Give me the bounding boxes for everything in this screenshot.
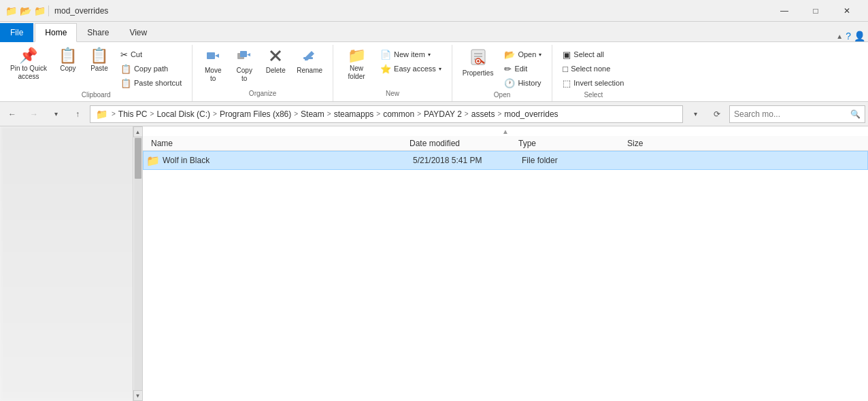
path-segment-thispc[interactable]: This PC	[117, 109, 149, 119]
col-header-type[interactable]: Type	[513, 139, 622, 148]
scroll-up-button[interactable]: ▲	[133, 126, 143, 137]
path-home-icon: 📁	[96, 109, 107, 120]
invert-selection-button[interactable]: ⬚ Invert selection	[558, 76, 629, 90]
cut-button[interactable]: ✂ Cut	[116, 48, 186, 61]
history-label: History	[518, 79, 541, 87]
ribbon-tabs: File Home Share View ▲ ? 👤	[0, 22, 868, 42]
svg-rect-0	[207, 52, 215, 59]
forward-button[interactable]: →	[24, 105, 44, 124]
new-item-button[interactable]: 📄 New item ▾	[375, 48, 446, 61]
copy-path-button[interactable]: 📋 Copy path	[116, 62, 186, 75]
scroll-down-button[interactable]: ▼	[133, 390, 143, 401]
history-button[interactable]: 🕐 History	[499, 76, 546, 90]
copy-button[interactable]: 📋 Copy	[53, 45, 83, 76]
path-segment-assets[interactable]: assets	[470, 109, 497, 119]
new-folder-button[interactable]: 📁 New folder	[339, 45, 374, 84]
select-all-button[interactable]: ▣ Select all	[558, 48, 629, 61]
ribbon-collapse-icon[interactable]: ▲	[836, 33, 843, 40]
path-segment-programfiles[interactable]: Program Files (x86)	[218, 109, 293, 119]
new-folder-label: New folder	[348, 65, 365, 81]
tab-file[interactable]: File	[0, 23, 33, 42]
tab-share[interactable]: Share	[77, 23, 119, 42]
file-date-cell: 5/21/2018 5:41 PM	[407, 156, 516, 165]
title-bar-icons: 📁 📂 📁	[5, 5, 46, 16]
paste-shortcut-icon: 📋	[120, 78, 131, 88]
col-header-name[interactable]: Name	[146, 139, 404, 148]
open-icon: 📂	[504, 50, 515, 60]
copy-path-icon: 📋	[120, 64, 131, 74]
pin-icon: 📌	[19, 48, 37, 63]
properties-button[interactable]: Properties	[458, 45, 499, 81]
path-segment-localdisk[interactable]: Local Disk (C:)	[155, 109, 212, 119]
search-input[interactable]	[734, 109, 848, 119]
app-icon-2: 📂	[20, 5, 31, 16]
move-to-button[interactable]: Move to	[198, 45, 228, 86]
maximize-button[interactable]: □	[800, 0, 831, 22]
rename-button[interactable]: Rename	[292, 45, 327, 78]
help-icon[interactable]: ?	[846, 31, 851, 41]
pin-label: Pin to Quick access	[10, 65, 47, 81]
folder-icon: 📁	[146, 154, 160, 167]
path-segment-payday2[interactable]: PAYDAY 2	[422, 109, 463, 119]
table-row[interactable]: 📁 Wolf in Black 5/21/2018 5:41 PM File f…	[143, 151, 868, 170]
new-item-arrow: ▾	[428, 52, 431, 58]
easy-access-button[interactable]: ⭐ Easy access ▾	[375, 62, 446, 75]
open-small-col: 📂 Open ▾ ✏ Edit 🕐 History	[499, 48, 546, 90]
window-controls[interactable]: — □ ✕	[769, 0, 863, 22]
paste-label: Paste	[90, 65, 108, 73]
close-button[interactable]: ✕	[831, 0, 863, 22]
search-box[interactable]: 🔍	[729, 105, 865, 123]
scroll-thumb[interactable]	[135, 138, 141, 179]
organize-items: Move to Copy to	[198, 45, 327, 88]
up-button[interactable]: ↑	[68, 105, 87, 124]
file-type-cell: File folder	[516, 156, 625, 165]
move-icon	[205, 48, 220, 65]
move-to-label: Move to	[205, 67, 221, 83]
paste-shortcut-button[interactable]: 📋 Paste shortcut	[116, 76, 186, 90]
select-none-button[interactable]: □ Select none	[558, 62, 629, 75]
address-dropdown-button[interactable]: ▾	[686, 105, 705, 124]
select-none-icon: □	[563, 64, 568, 74]
path-segment-common[interactable]: common	[382, 109, 416, 119]
col-header-size[interactable]: Size	[622, 139, 690, 148]
ribbon-group-new: 📁 New folder 📄 New item ▾ ⭐ Easy access …	[333, 45, 452, 101]
tab-home[interactable]: Home	[35, 23, 77, 42]
path-segment-steam[interactable]: Steam	[299, 109, 326, 119]
open-button[interactable]: 📂 Open ▾	[499, 48, 546, 61]
back-button[interactable]: ←	[3, 105, 22, 124]
ribbon-group-organize: Move to Copy to	[193, 45, 333, 101]
tab-view[interactable]: View	[119, 23, 157, 42]
paste-shortcut-label: Paste shortcut	[134, 79, 182, 87]
easy-access-arrow: ▾	[439, 66, 441, 72]
pin-to-quick-access-button[interactable]: 📌 Pin to Quick access	[5, 45, 52, 84]
file-list-header: Name Date modified Type Size	[143, 136, 868, 151]
edit-button[interactable]: ✏ Edit	[499, 62, 546, 75]
ribbon-group-clipboard: 📌 Pin to Quick access 📋 Copy 📋 Paste ✂ C…	[0, 45, 193, 101]
path-segment-steamapps[interactable]: steamapps	[333, 109, 375, 119]
select-none-label: Select none	[571, 65, 610, 73]
new-item-icon: 📄	[380, 50, 391, 60]
left-scrollbar: ▲ ▼	[133, 126, 142, 401]
refresh-button[interactable]: ⟳	[707, 105, 727, 124]
recent-button[interactable]: ▾	[46, 105, 65, 124]
col-header-date[interactable]: Date modified	[404, 139, 513, 148]
new-item-label: New item	[394, 50, 425, 58]
scroll-track	[134, 137, 142, 390]
delete-button[interactable]: Delete	[261, 45, 290, 78]
clipboard-small-col: ✂ Cut 📋 Copy path 📋 Paste shortcut	[116, 48, 186, 90]
copy-label: Copy	[60, 65, 76, 73]
title-bar: 📁 📂 📁 mod_overrides — □ ✕	[0, 0, 868, 22]
address-path[interactable]: 📁 > This PC > Local Disk (C:) > Program …	[90, 105, 683, 123]
svg-rect-3	[240, 51, 247, 57]
app-icon-1: 📁	[5, 5, 17, 16]
address-bar: ← → ▾ ↑ 📁 > This PC > Local Disk (C:) > …	[0, 102, 868, 126]
copy-to-label: Copy to	[237, 67, 252, 83]
file-list: ▲ Name Date modified Type Size 📁 Wolf in…	[143, 126, 868, 401]
minimize-button[interactable]: —	[769, 0, 800, 22]
path-segment-modoverrides[interactable]: mod_overrides	[503, 109, 559, 119]
copy-to-button[interactable]: Copy to	[229, 45, 259, 86]
open-arrow: ▾	[539, 52, 541, 58]
account-icon[interactable]: 👤	[854, 31, 865, 41]
paste-button[interactable]: 📋 Paste	[84, 45, 114, 76]
select-all-label: Select all	[573, 50, 604, 58]
